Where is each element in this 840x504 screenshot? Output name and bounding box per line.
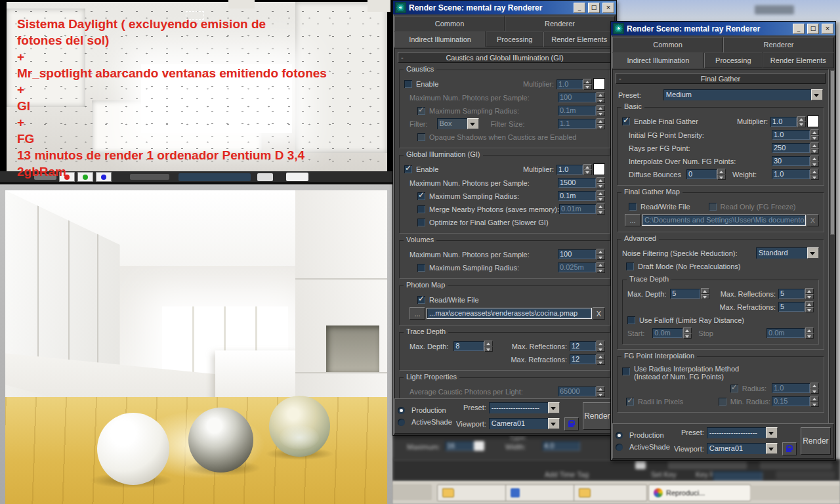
spinner[interactable] — [597, 203, 605, 215]
rollout-header-caustics-gi[interactable]: - Caustics and Global Illumination (GI) — [398, 52, 612, 63]
max-sampling-radius-checkbox[interactable] — [417, 192, 425, 200]
max-sampling-radius-field[interactable]: 0.1m — [558, 106, 596, 116]
rollout-header-final-gather[interactable]: - Final Gather — [616, 73, 826, 84]
gi-enable-checkbox[interactable] — [404, 165, 412, 173]
viewport-lock-button[interactable] — [564, 417, 579, 430]
preset-combo[interactable]: -------------------- — [707, 427, 778, 438]
production-radio[interactable] — [398, 407, 405, 414]
fg-density-field[interactable]: 1.0 — [772, 130, 810, 140]
close-button[interactable]: × — [822, 24, 833, 34]
maximum-field[interactable]: 16 — [445, 441, 475, 451]
merge-photons-field[interactable]: 0.01m — [559, 204, 596, 214]
min-radius-checkbox[interactable] — [719, 398, 726, 406]
max-reflections-field[interactable]: 5 — [778, 289, 805, 299]
fg-map-path-field[interactable]: C:\Documents and Settings\Usser\Mis docu… — [642, 215, 805, 225]
tab-render-elements[interactable]: Render Elements — [543, 32, 615, 47]
radii-in-pixels-checkbox[interactable] — [626, 398, 634, 406]
quick-launch[interactable] — [392, 484, 432, 500]
tab-common[interactable]: Common — [394, 16, 505, 32]
tab-renderer[interactable]: Renderer — [723, 37, 834, 52]
spinner[interactable] — [810, 142, 819, 154]
tab-renderer[interactable]: Renderer — [505, 16, 615, 32]
max-sampling-radius-checkbox[interactable] — [417, 107, 425, 115]
draft-mode-checkbox[interactable] — [626, 262, 634, 270]
system-tray[interactable] — [750, 486, 840, 500]
spinner[interactable] — [597, 118, 605, 129]
width-field[interactable]: 4.0 — [542, 441, 580, 451]
multiplier-field[interactable]: 1.0 — [556, 165, 583, 175]
max-sampling-radius-checkbox[interactable] — [417, 264, 425, 272]
render-button[interactable]: Render — [801, 427, 831, 455]
max-depth-field[interactable]: 5 — [670, 289, 700, 299]
multiplier-field[interactable]: 1.0 — [770, 117, 797, 127]
spinner[interactable] — [597, 386, 605, 397]
activeshade-radio[interactable] — [398, 419, 405, 426]
caustics-enable-checkbox[interactable] — [404, 80, 412, 88]
fg-preset-combo[interactable]: Medium — [663, 89, 823, 100]
read-only-checkbox[interactable] — [709, 203, 717, 211]
spinner[interactable] — [805, 288, 814, 299]
dialog-titlebar[interactable]: Render Scene: mental ray Renderer _ □ × — [393, 1, 616, 14]
rays-per-fg-point-field[interactable]: 250 — [772, 143, 810, 153]
add-time-tag-label[interactable]: Add Time Tag — [545, 471, 589, 478]
min-radius-field[interactable]: 0.15 — [772, 396, 810, 406]
multiplier-field[interactable]: 1.0 — [556, 79, 583, 89]
dialog-titlebar[interactable]: Render Scene: mental ray Renderer _ □ × — [611, 22, 835, 35]
spinner[interactable] — [701, 288, 709, 299]
weight-field[interactable]: 1.0 — [772, 169, 810, 179]
maximize-button[interactable]: □ — [807, 24, 819, 34]
radius-checkbox[interactable] — [730, 385, 738, 392]
viewport-lock-button[interactable] — [782, 442, 797, 455]
falloff-stop-field[interactable]: 0.0m — [766, 328, 805, 338]
filter-size-field[interactable]: 1.1 — [558, 119, 596, 129]
spinner[interactable] — [583, 79, 592, 90]
render-button[interactable]: Render — [583, 402, 612, 430]
optimize-fg-checkbox[interactable] — [417, 219, 425, 226]
taskbar-item-player[interactable]: Reproduci... — [648, 484, 751, 501]
spinner[interactable] — [805, 327, 814, 339]
max-refractions-field[interactable]: 12 — [570, 354, 596, 364]
chevron-down-icon[interactable] — [807, 247, 819, 259]
spinner[interactable] — [597, 105, 605, 116]
max-photons-field[interactable]: 100 — [558, 93, 596, 102]
spinner[interactable] — [810, 396, 819, 407]
max-photons-field[interactable]: 100 — [558, 249, 596, 259]
clear-file-button[interactable]: X — [807, 214, 819, 226]
set-key-label[interactable]: Set Key — [651, 471, 677, 478]
read-write-file-checkbox[interactable] — [417, 296, 425, 304]
browse-button[interactable]: ... — [625, 214, 640, 226]
transport-controls[interactable] — [668, 461, 747, 469]
use-falloff-checkbox[interactable] — [627, 316, 635, 324]
max-depth-field[interactable]: 8 — [453, 341, 484, 351]
spinner[interactable] — [797, 116, 806, 127]
filter-combo[interactable]: Box — [437, 118, 479, 129]
opaque-shadows-checkbox[interactable] — [417, 133, 425, 141]
chevron-down-icon[interactable] — [548, 402, 560, 413]
tab-processing[interactable]: Processing — [486, 32, 543, 47]
tab-indirect-illumination[interactable]: Indirect Illumination — [394, 32, 486, 47]
chevron-down-icon[interactable] — [766, 427, 778, 438]
spinner[interactable] — [597, 92, 605, 103]
spinner[interactable] — [717, 169, 726, 180]
read-write-file-checkbox[interactable] — [629, 203, 637, 211]
viewport-combo[interactable]: Camera01 — [489, 418, 560, 429]
tab-common[interactable]: Common — [612, 37, 723, 52]
interpolate-fg-points-field[interactable]: 30 — [772, 156, 810, 166]
scrollbar-thumb[interactable] — [830, 70, 835, 235]
chevron-down-icon[interactable] — [467, 118, 479, 129]
spinner[interactable] — [683, 327, 692, 339]
use-radius-interpolation-checkbox[interactable] — [622, 368, 630, 375]
taskbar-item[interactable] — [574, 484, 647, 501]
tab-render-elements[interactable]: Render Elements — [763, 52, 834, 68]
preset-combo[interactable]: -------------------- — [489, 402, 560, 413]
maximize-button[interactable]: □ — [588, 3, 600, 13]
noise-filtering-combo[interactable]: Standard — [756, 247, 819, 259]
spinner[interactable] — [597, 177, 605, 188]
taskbar-item[interactable] — [505, 484, 579, 501]
clear-file-button[interactable]: X — [593, 307, 605, 320]
photon-map-path-field[interactable]: ...max\sceneassets\renderassets\cocina.p… — [427, 308, 591, 318]
max-photons-field[interactable]: 1500 — [558, 178, 596, 188]
multiplier-color-swatch[interactable] — [593, 163, 605, 175]
chevron-down-icon[interactable] — [548, 418, 560, 429]
avg-caustic-photons-field[interactable]: 65000 — [558, 387, 596, 396]
